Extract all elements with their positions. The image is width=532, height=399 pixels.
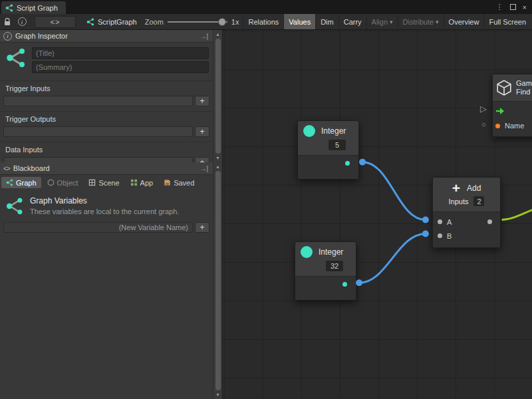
node-body (298, 155, 358, 179)
tab-object[interactable]: Object (43, 177, 83, 188)
integer-node-1[interactable]: Integer 5 (297, 120, 359, 180)
add-variable-button[interactable]: + (195, 222, 209, 233)
inspector-scrollbar[interactable]: ▲ ▼ (213, 30, 222, 162)
port-label: Name (505, 122, 524, 130)
wire-endpoint (356, 279, 362, 286)
input-port-a[interactable] (438, 219, 442, 224)
graph-variables-title: Graph Variables (30, 196, 179, 205)
trigger-outputs-list (3, 126, 193, 137)
flow-arrow-icon[interactable] (495, 107, 505, 115)
scroll-up-icon[interactable]: ▲ (215, 31, 220, 37)
zoom-slider-handle[interactable] (218, 18, 226, 26)
tab-graph[interactable]: Graph (1, 177, 41, 188)
input-port-name[interactable] (495, 124, 500, 128)
graph-inspector-title: Graph Inspector (15, 32, 68, 40)
tab-scene[interactable]: Scene (84, 177, 124, 188)
input-port-b[interactable] (438, 233, 442, 238)
blackboard-scrollbar[interactable]: ▲ ▼ (213, 162, 222, 399)
dim-button[interactable]: Dim (315, 14, 338, 29)
full-screen-label: Full Screen (489, 18, 526, 26)
info-icon: i (3, 32, 12, 41)
tab-app[interactable]: App (126, 177, 158, 188)
dock-icon[interactable]: →| (200, 33, 208, 40)
graph-breadcrumb[interactable]: ScriptGraph (86, 18, 137, 26)
add-trigger-output-button[interactable]: + (195, 126, 209, 137)
new-variable-input[interactable] (3, 222, 193, 233)
tab-label: Object (57, 179, 78, 187)
wire-integer5-to-add-a[interactable] (362, 162, 426, 220)
close-icon[interactable]: × (523, 3, 527, 11)
distribute-button[interactable]: Distribute ▾ (398, 14, 444, 29)
add-data-input-button[interactable]: + (195, 157, 209, 162)
full-screen-button[interactable]: Full Screen (483, 14, 531, 29)
relations-button[interactable]: Relations (243, 14, 283, 29)
value-input-port[interactable]: ○ (481, 121, 486, 128)
output-port-sum[interactable] (487, 219, 492, 224)
graph-variables-icon (5, 197, 24, 215)
blackboard-tabs: Graph Object Scene (0, 175, 213, 190)
graph-identity-fields (32, 47, 209, 73)
integer-icon (301, 246, 313, 258)
node-title-lines: Game Find (516, 79, 532, 96)
blackboard-title: Blackboard (13, 164, 50, 172)
output-port[interactable] (345, 161, 350, 166)
toolbar-buttons: Relations Values Dim Carry Align ▾ Distr… (243, 14, 531, 29)
integer-node-2[interactable]: Integer 32 (295, 241, 356, 301)
graph-icon (86, 18, 94, 26)
inspector-scrollbar-thumb[interactable] (215, 39, 221, 154)
integer-icon (303, 125, 315, 137)
graph-summary-input[interactable] (32, 61, 209, 73)
dock-icon[interactable]: →| (200, 165, 208, 172)
graph-inspector-panel: i Graph Inspector →| Trigger Inputs (0, 30, 222, 162)
data-inputs-section: Data Inputs + (0, 142, 213, 162)
script-graph-tab[interactable]: Script Graph (1, 1, 66, 14)
scroll-down-icon[interactable]: ▼ (215, 155, 220, 161)
section-label: Data Inputs (0, 145, 213, 157)
trigger-outputs-list-row: + (0, 126, 213, 137)
section-label: Trigger Inputs (0, 84, 213, 96)
port-label: B (447, 232, 452, 240)
title-bar: Script Graph ⋮ × (0, 0, 532, 14)
scroll-down-icon[interactable]: ▼ (215, 392, 220, 398)
values-button[interactable]: Values (283, 14, 315, 29)
graph-title-input[interactable] (32, 47, 209, 59)
overview-label: Overview (449, 18, 479, 26)
integer-value-field[interactable]: 5 (329, 140, 346, 150)
inputs-count-field[interactable]: 2 (473, 196, 484, 206)
node-header: Game Find (493, 74, 532, 101)
maximize-icon[interactable] (510, 4, 516, 10)
integer-value-field[interactable]: 32 (326, 261, 343, 271)
tab-label: App (140, 179, 154, 187)
wire-integer32-to-add-b[interactable] (359, 233, 426, 283)
add-node[interactable]: + Add Inputs 2 A (432, 177, 501, 248)
lock-button[interactable] (0, 14, 15, 30)
carry-button[interactable]: Carry (338, 14, 366, 29)
graph-canvas[interactable]: Integer 5 Integer 32 (223, 30, 532, 399)
node-title-line1: Game (516, 79, 532, 88)
inspect-button[interactable]: i (15, 14, 29, 30)
flow-input-port[interactable]: ▷ (480, 104, 487, 113)
port-row-b: B (433, 229, 500, 243)
zoom-slider[interactable] (168, 17, 227, 27)
output-port[interactable] (342, 282, 347, 287)
wire-add-output[interactable] (502, 210, 532, 220)
zoom-control: Zoom 1x (145, 17, 239, 27)
graph-identity-row (0, 43, 213, 76)
scroll-up-icon[interactable]: ▲ (215, 164, 220, 170)
overview-button[interactable]: Overview (444, 14, 484, 29)
window-menu-icon[interactable]: ⋮ (496, 3, 503, 11)
distribute-label: Distribute (403, 18, 434, 26)
align-button[interactable]: Align ▾ (366, 14, 398, 29)
name-port-row: Name (493, 118, 532, 133)
blackboard-scrollbar-thumb[interactable] (215, 171, 221, 390)
graph-toolbar: i <> ScriptGraph Zoom 1x Relations Value… (0, 14, 532, 30)
add-trigger-input-button[interactable]: + (195, 96, 209, 106)
code-view-button[interactable]: <> (35, 16, 76, 28)
data-inputs-list (3, 157, 193, 162)
flow-port-row (493, 104, 532, 118)
tab-saved[interactable]: Saved (159, 177, 199, 188)
node-title: Integer (321, 126, 346, 136)
find-node[interactable]: Game Find Name (492, 74, 532, 137)
wire-endpoint (422, 230, 429, 237)
relations-label: Relations (248, 18, 279, 26)
